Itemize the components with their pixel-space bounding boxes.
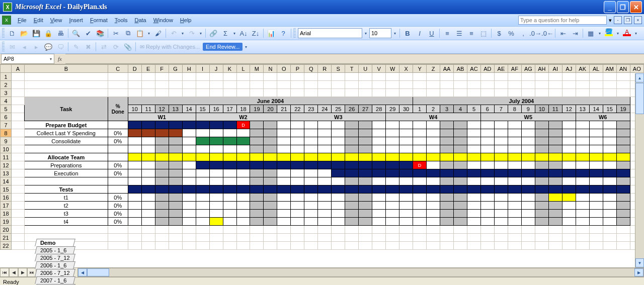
align-right-icon[interactable]: ≡ (466, 28, 477, 39)
row-header[interactable]: 13 (1, 169, 12, 177)
align-left-icon[interactable]: ≡ (442, 28, 453, 39)
scroll-left-icon[interactable]: ◀ (78, 268, 87, 276)
column-header[interactable]: X (399, 65, 413, 73)
undo-icon[interactable]: ↶ (168, 28, 179, 39)
column-header[interactable]: AO (630, 65, 643, 73)
help-dropdown-icon[interactable]: ▾ (609, 17, 612, 24)
chart-wizard-icon[interactable]: 📊 (266, 28, 277, 39)
formula-input[interactable] (65, 54, 644, 64)
row-header[interactable]: 17 (1, 202, 12, 210)
column-header[interactable]: B (24, 65, 108, 73)
column-header[interactable]: P (291, 65, 304, 73)
merge-center-icon[interactable]: ⬚ (478, 28, 489, 39)
scroll-up-icon[interactable]: ▲ (635, 73, 644, 82)
show-ink-icon[interactable]: ✎ (70, 41, 82, 52)
column-header[interactable]: J (209, 65, 223, 73)
scroll-down-icon[interactable]: ▼ (635, 258, 644, 267)
column-header[interactable]: AN (616, 65, 630, 73)
column-header[interactable]: V (372, 65, 386, 73)
print-preview-icon[interactable]: 🔍 (70, 28, 82, 39)
prev-comment-icon[interactable]: ◂ (19, 41, 30, 52)
maximize-button[interactable]: ❐ (617, 1, 629, 13)
help-icon[interactable]: ? (278, 28, 289, 39)
row-header[interactable]: 19 (1, 218, 12, 226)
font-name-combo[interactable] (298, 28, 362, 38)
column-header[interactable]: AD (480, 65, 494, 73)
new-icon[interactable]: 🗋 (7, 28, 18, 39)
track-changes-icon[interactable]: ⇄ (98, 41, 109, 52)
worksheet-grid[interactable]: ABCDEFGHIJKLMNOPQRSTUVWXYZAAABACADAEAFAG… (0, 64, 644, 267)
column-header[interactable]: Q (304, 65, 318, 73)
row-header[interactable]: 10 (1, 145, 12, 153)
row-header[interactable]: 9 (1, 137, 12, 145)
column-header[interactable]: AB (454, 65, 467, 73)
paste-icon[interactable]: 📋 (134, 28, 145, 39)
show-all-comments-icon[interactable]: 🗨 (55, 41, 66, 52)
column-header[interactable]: S (332, 65, 345, 73)
comma-icon[interactable]: , (518, 28, 529, 39)
row-header[interactable]: 22 (1, 242, 12, 250)
toolbar-grip[interactable] (293, 28, 296, 38)
menu-insert[interactable]: Insert (65, 16, 87, 25)
column-header[interactable]: W (386, 65, 399, 73)
mdi-minimize-button[interactable]: - (614, 16, 622, 24)
column-header[interactable]: AA (440, 65, 454, 73)
close-button[interactable]: ✕ (630, 1, 642, 13)
minimize-button[interactable]: _ (604, 1, 616, 13)
column-header[interactable]: AK (576, 65, 589, 73)
column-header[interactable]: I (196, 65, 209, 73)
workbook-icon[interactable]: X (2, 16, 11, 25)
autosum-icon[interactable]: Σ (220, 28, 231, 39)
sheet-tab[interactable]: Demo (35, 239, 75, 246)
column-header[interactable]: AH (535, 65, 548, 73)
row-header[interactable]: 8 (1, 129, 12, 137)
permission-icon[interactable]: 🔒 (43, 28, 54, 39)
column-header[interactable]: AI (548, 65, 562, 73)
end-review-button[interactable]: End Review... (203, 43, 243, 51)
menu-data[interactable]: Data (131, 16, 149, 25)
column-header[interactable]: O (277, 65, 291, 73)
row-header[interactable]: 4 (1, 97, 12, 105)
menu-tools[interactable]: Tools (111, 16, 131, 25)
toolbar-grip[interactable] (2, 42, 5, 52)
next-comment-icon[interactable]: ▸ (31, 41, 42, 52)
scroll-thumb[interactable] (87, 268, 109, 276)
tab-prev-icon[interactable]: ◀ (9, 268, 18, 277)
name-box[interactable]: AP8▾ (1, 54, 54, 64)
save-icon[interactable]: 💾 (31, 28, 42, 39)
column-header[interactable]: U (359, 65, 372, 73)
row-header[interactable]: 1 (1, 73, 12, 81)
align-center-icon[interactable]: ☰ (454, 28, 465, 39)
menu-window[interactable]: Window (150, 16, 177, 25)
menu-file[interactable]: File (14, 16, 30, 25)
column-header[interactable]: C (108, 65, 128, 73)
sort-desc-icon[interactable]: Z↓ (250, 28, 261, 39)
tab-first-icon[interactable]: ⏮ (0, 268, 9, 277)
fill-color-icon[interactable]: 🪣 (603, 28, 614, 39)
font-size-combo[interactable] (369, 28, 391, 38)
bold-icon[interactable]: B (402, 28, 413, 39)
row-header[interactable]: 14 (1, 177, 12, 185)
sheet-tab[interactable]: 2006 - 1_6 (35, 261, 75, 269)
open-icon[interactable]: 📂 (19, 28, 30, 39)
horizontal-scrollbar[interactable]: ◀ ▶ (77, 268, 644, 277)
hyperlink-icon[interactable]: 🔗 (208, 28, 219, 39)
row-header[interactable]: 5 (1, 105, 12, 113)
column-header[interactable]: R (318, 65, 332, 73)
mdi-restore-button[interactable]: ❐ (624, 16, 632, 24)
spelling-icon[interactable]: ✔ (83, 28, 94, 39)
column-header[interactable]: G (169, 65, 182, 73)
delete-comment-icon[interactable]: ✖ (83, 41, 94, 52)
row-header[interactable]: 16 (1, 194, 12, 202)
currency-icon[interactable]: $ (494, 28, 505, 39)
column-header[interactable]: Y (413, 65, 427, 73)
column-header[interactable]: AM (603, 65, 616, 73)
scroll-thumb[interactable] (635, 83, 644, 114)
menu-edit[interactable]: Edit (30, 16, 47, 25)
row-header[interactable]: 3 (1, 89, 12, 97)
row-header[interactable]: 12 (1, 161, 12, 169)
format-painter-icon[interactable]: 🖌 (152, 28, 164, 39)
column-header[interactable]: AG (521, 65, 535, 73)
increase-indent-icon[interactable]: ⇥ (570, 28, 581, 39)
increase-decimal-icon[interactable]: .0→ (530, 28, 541, 39)
